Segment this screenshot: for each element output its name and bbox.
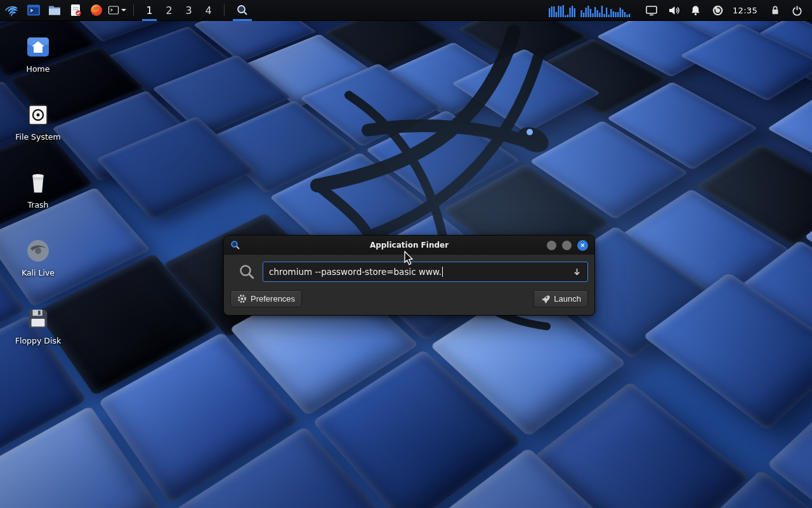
visualizer-bar <box>601 6 603 17</box>
desktop-icon-label: Home <box>27 64 50 74</box>
launch-icon <box>540 294 550 304</box>
audio-visualizer <box>549 3 631 17</box>
desktop-icon-column: Home File System Trash <box>8 33 69 373</box>
desktop-icon-home[interactable]: Home <box>8 33 69 101</box>
visualizer-bar <box>563 5 564 17</box>
visualizer-bar <box>549 8 550 17</box>
visualizer-bar <box>567 15 568 17</box>
floppy-disk-icon <box>24 305 52 333</box>
desktop-icon-label: Trash <box>27 200 48 210</box>
gear-icon <box>237 294 247 304</box>
visualizer-bar <box>610 9 612 17</box>
terminal-dropdown-launcher[interactable] <box>107 0 128 21</box>
firefox-launcher[interactable] <box>86 0 107 21</box>
file-manager-launcher[interactable] <box>44 0 65 21</box>
text-editor-launcher[interactable] <box>65 0 86 21</box>
visualizer-bar <box>613 11 614 17</box>
folder-icon <box>48 3 62 17</box>
desktop-icon-label: Floppy Disk <box>15 336 61 345</box>
workspace-label: 4 <box>205 4 211 17</box>
maximize-button[interactable] <box>562 241 572 250</box>
visualizer-bar <box>572 6 573 17</box>
visualizer-bar <box>551 6 553 17</box>
finder-body: chromium --password-store=basic www. Pre… <box>224 255 594 315</box>
power-icon[interactable] <box>786 0 808 21</box>
visualizer-bar <box>586 8 587 17</box>
visualizer-bar <box>594 7 596 17</box>
visualizer-bar <box>560 6 561 17</box>
clock[interactable]: 12:35 <box>733 6 757 15</box>
volume-icon[interactable] <box>662 0 684 21</box>
visualizer-bar <box>606 8 607 17</box>
close-button[interactable]: × <box>577 240 588 251</box>
application-finder-window: Application Finder × chromium --password… <box>223 235 595 316</box>
desktop-icon-label: File System <box>15 132 61 142</box>
search-icon <box>236 4 249 17</box>
visualizer-bar <box>617 12 619 17</box>
lock-icon[interactable] <box>764 0 786 21</box>
visualizer-bar <box>587 6 589 17</box>
terminal-icon <box>27 3 41 17</box>
chevron-down-icon <box>121 9 126 14</box>
workspace-3-button[interactable]: 3 <box>179 0 199 21</box>
appfinder-window-icon <box>230 240 240 250</box>
cube-tile <box>767 91 812 182</box>
visualizer-bar <box>629 14 630 17</box>
launch-label: Launch <box>554 294 581 304</box>
command-input[interactable]: chromium --password-store=basic www. <box>263 262 588 282</box>
visualizer-bar <box>574 8 575 17</box>
desktop-icon-kali-live[interactable]: Kali Live <box>8 237 69 305</box>
close-icon: × <box>580 242 584 249</box>
desktop-icon-floppy-disk[interactable]: Floppy Disk <box>8 305 69 373</box>
window-title: Application Finder <box>262 241 556 250</box>
window-titlebar[interactable]: Application Finder × <box>224 236 594 255</box>
top-panel: 1 2 3 4 <box>0 0 812 21</box>
visualizer-bar <box>583 13 584 17</box>
updates-icon[interactable] <box>707 0 729 21</box>
workspace-label: 1 <box>146 4 152 17</box>
command-input-value: chromium --password-store=basic www. <box>269 267 442 277</box>
visualizer-bar <box>608 15 610 17</box>
visualizer-bar <box>569 8 570 17</box>
desktop-icon-label: Kali Live <box>22 268 55 277</box>
display-icon[interactable] <box>640 0 662 21</box>
text-caret <box>442 267 443 277</box>
panel-separator <box>224 4 225 16</box>
taskbar-appfinder-button[interactable] <box>230 0 254 21</box>
visualizer-bar <box>553 6 554 17</box>
workspace-1-button[interactable]: 1 <box>140 0 159 21</box>
visualizer-bar <box>558 6 559 17</box>
file-system-icon <box>24 101 52 129</box>
firefox-icon <box>89 3 103 17</box>
home-icon <box>24 33 52 61</box>
visualizer-bar <box>624 12 625 17</box>
visualizer-bar <box>565 15 566 17</box>
visualizer-bar <box>597 10 598 17</box>
visualizer-bar <box>556 12 557 17</box>
visualizer-bar <box>580 10 582 17</box>
visualizer-bar <box>626 15 627 17</box>
preferences-label: Preferences <box>251 294 295 304</box>
trash-icon <box>24 169 52 197</box>
document-icon <box>69 3 82 17</box>
kali-logo-icon <box>4 3 19 18</box>
workspace-label: 3 <box>185 4 192 17</box>
workspace-label: 2 <box>166 4 172 17</box>
visualizer-bar <box>620 8 621 17</box>
panel-separator <box>133 4 134 16</box>
desktop-icon-file-system[interactable]: File System <box>8 101 69 169</box>
preferences-button[interactable]: Preferences <box>230 290 302 307</box>
visualizer-bar <box>622 10 623 17</box>
applications-menu-button[interactable] <box>0 0 23 21</box>
launch-button[interactable]: Launch <box>534 290 588 307</box>
visualizer-bar <box>599 13 600 17</box>
minimize-button[interactable] <box>547 241 556 250</box>
workspace-4-button[interactable]: 4 <box>199 0 218 21</box>
kali-live-icon <box>24 237 52 265</box>
dropdown-arrow-icon[interactable] <box>567 267 582 277</box>
workspace-2-button[interactable]: 2 <box>159 0 179 21</box>
terminal-launcher[interactable] <box>23 0 44 21</box>
visualizer-bar <box>590 9 591 17</box>
notifications-bell-icon[interactable] <box>684 0 707 21</box>
desktop-icon-trash[interactable]: Trash <box>8 169 69 237</box>
